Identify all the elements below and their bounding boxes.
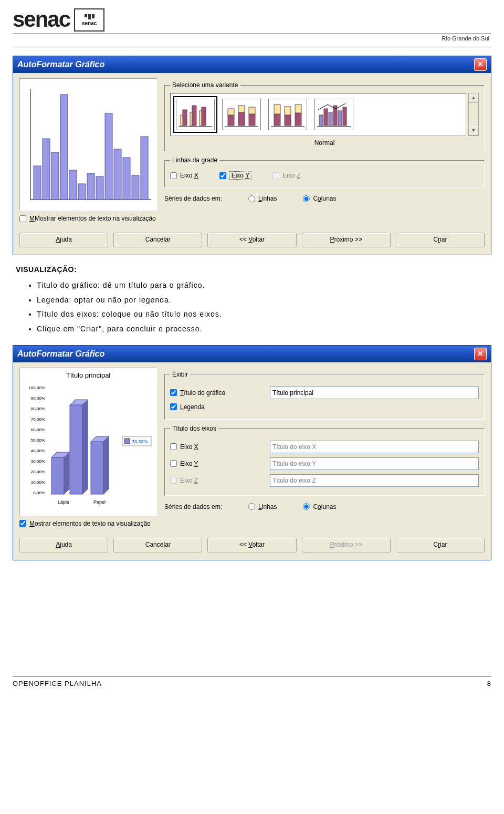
axis-z-input[interactable] [270,474,479,487]
svg-rect-8 [87,173,94,200]
svg-rect-23 [228,109,234,115]
variant-name: Normal [170,139,479,147]
variant-thumb-1[interactable] [176,99,215,130]
svg-rect-5 [60,95,68,200]
scroll-up-icon[interactable]: ▲ [469,93,478,103]
series-cols-radio[interactable]: Colunas [303,195,336,202]
bullet-3: Título dos eixos: coloque ou não título … [37,308,488,321]
create-button-2[interactable]: Criar [396,538,485,552]
chart-title-checkbox[interactable]: Título do gráfico [170,389,265,396]
variant-thumb-2[interactable] [222,99,261,130]
series-lines-radio-2[interactable]: Linhas [248,503,277,510]
axis-y-checkbox[interactable]: Eixo Y [219,171,251,180]
svg-rect-11 [114,149,121,200]
variant-scrollbar[interactable]: ▲ ▼ [468,93,479,136]
bullet-1: Titulo do gráfico: dê um título para o g… [37,279,488,292]
svg-rect-33 [295,113,301,126]
svg-text:Lápis: Lápis [58,499,69,505]
svg-rect-38 [329,112,332,126]
svg-rect-2 [34,166,41,200]
chart-preview-1 [19,78,157,211]
axis-y-input[interactable] [270,457,479,470]
svg-rect-12 [123,158,130,200]
svg-rect-58 [70,405,82,494]
svg-text:90,00%: 90,00% [31,396,45,401]
close-icon[interactable]: ✕ [474,58,487,71]
svg-rect-27 [249,107,255,114]
svg-rect-24 [238,112,245,126]
footer-page: 8 [487,680,491,687]
svg-rect-32 [285,107,291,115]
senac-logo: senac [13,8,70,30]
variant-thumb-3[interactable] [268,99,307,130]
back-button-2[interactable]: << Voltar [207,538,296,552]
svg-text:0,00%: 0,00% [33,491,45,495]
header-subhead: Rio Grande do Sul [13,35,491,47]
help-button-2[interactable]: Ajuda [19,538,108,552]
dialog-autoformat-1: AutoFormatar Gráfico ✕ MMostrar elemento… [13,56,491,255]
series-lines-radio[interactable]: Linhas [248,195,277,202]
dialog-autoformat-2: AutoFormatar Gráfico ✕ Título principal … [13,345,491,560]
svg-rect-37 [324,109,328,126]
cancel-button-2[interactable]: Cancelar [113,538,202,552]
axis-x-checkbox[interactable]: Eixo X [170,172,198,179]
svg-text:40,00%: 40,00% [31,448,45,453]
axis-z-check-2: Eixo Z [170,477,265,484]
svg-rect-26 [249,114,255,126]
svg-rect-3 [43,139,50,200]
svg-rect-10 [105,113,112,200]
svg-rect-67 [124,439,130,444]
dialog1-title: AutoFormatar Gráfico [17,60,104,69]
chart-title-input[interactable] [270,387,479,399]
svg-marker-57 [64,452,69,494]
cancel-button[interactable]: Cancelar [113,233,202,247]
svg-rect-31 [285,115,291,126]
next-button-2: Próximo >> [302,538,391,552]
svg-rect-13 [132,175,139,200]
svg-rect-4 [51,152,59,200]
display-legend: Exibir [170,371,190,378]
variant-thumb-4[interactable] [314,99,353,130]
show-text-checkbox-2[interactable]: Mostrar elementos de texto na visualizaç… [19,520,157,527]
svg-text:Título principal: Título principal [66,371,111,379]
axis-y-check-2[interactable]: Eixo Y [170,460,265,467]
svg-rect-40 [338,111,342,126]
svg-rect-6 [69,170,77,200]
svg-text:30,00%: 30,00% [31,459,45,464]
svg-rect-18 [192,106,196,126]
svg-rect-14 [141,137,148,200]
footer-left: OPENOFFICE PLANILHA [13,680,102,687]
svg-rect-25 [238,106,245,112]
back-button[interactable]: << Voltar [207,233,296,247]
legend-checkbox[interactable]: Legenda [170,403,265,411]
chart-preview-2: Título principal 100,00%90,00%80,00%70,0… [19,368,157,516]
svg-text:60,00%: 60,00% [31,427,45,432]
svg-text:10,00%: 10,00% [31,480,45,485]
axes-legend: Título dos eixos [170,425,218,432]
axis-x-check-2[interactable]: Eixo X [170,443,265,451]
svg-text:50,00%: 50,00% [31,438,45,443]
axis-z-checkbox: Eixo Z [272,172,300,179]
help-button[interactable]: Ajuda [19,233,108,247]
scroll-down-icon[interactable]: ▼ [469,126,478,135]
next-button[interactable]: Próximo >> [302,233,391,247]
svg-text:33,33%: 33,33% [132,439,148,444]
svg-text:Papel: Papel [93,499,106,505]
svg-marker-63 [103,436,109,494]
dialog2-title: AutoFormatar Gráfico [17,349,104,359]
series-cols-radio-2[interactable]: Colunas [303,503,336,510]
close-icon[interactable]: ✕ [474,348,487,360]
variant-legend: Selecione uma variante [170,81,240,89]
grid-legend: Linhas da grade [170,156,219,164]
create-button[interactable]: Criar [396,233,485,247]
svg-rect-9 [96,176,103,200]
axis-x-input[interactable] [270,441,479,453]
svg-rect-29 [274,114,280,126]
series-label-2: Séries de dados em: [164,503,222,510]
variant-thumbnails[interactable] [170,93,466,136]
bullet-4: Clique em "Criar", para concluir o proce… [37,323,488,336]
svg-text:20,00%: 20,00% [31,469,45,474]
svg-rect-30 [274,105,280,114]
svg-rect-34 [295,105,301,113]
show-text-checkbox[interactable]: MMostrar elementos de texto na visualiza… [19,215,157,222]
